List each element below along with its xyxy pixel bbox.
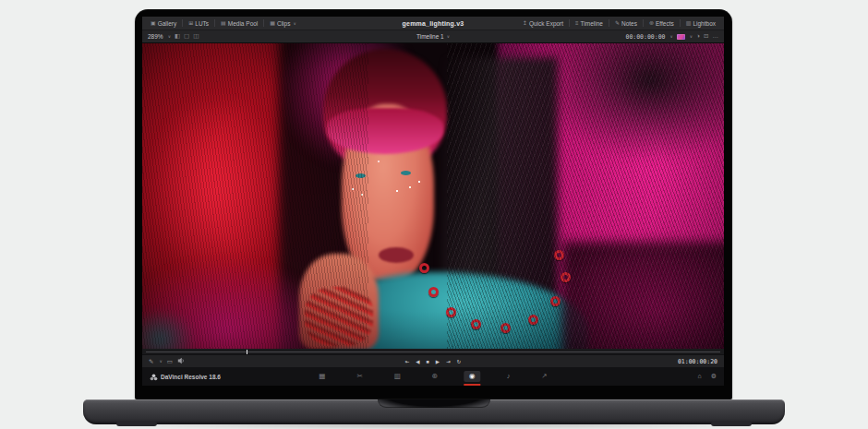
lightbox-button[interactable]: ▥ Lightbox: [682, 20, 719, 27]
thumbnail-preview-icon[interactable]: [677, 34, 685, 40]
page-tab-cut[interactable]: ✂: [351, 371, 368, 382]
transport-left-tools: ✎ ∨ ▭: [149, 357, 185, 365]
project-settings-gear-icon[interactable]: ⚙: [711, 373, 717, 380]
quick-export-icon: ↥: [523, 20, 527, 26]
lightbox-label: Lightbox: [693, 20, 716, 27]
toolbar-right-group: ↥ Quick Export ≡ Timeline ✎ Notes: [519, 19, 719, 27]
timeline-icon: ≡: [575, 20, 579, 26]
luts-label: LUTs: [195, 20, 209, 27]
app-version-label: DaVinci Resolve 18.6: [161, 374, 221, 380]
clips-label: Clips: [277, 20, 290, 27]
viewer-timecode[interactable]: 00:00:00:00: [625, 33, 665, 41]
notes-label: Notes: [621, 20, 637, 27]
quick-export-button[interactable]: ↥ Quick Export: [519, 20, 567, 27]
timeline-label: Timeline: [581, 20, 603, 27]
playhead-timecode: 01:00:00:20: [678, 358, 717, 365]
macbook-screen: ▣ Gallery ⊞ LUTs ▤ Media Pool: [135, 9, 732, 399]
viewer-toolbar-right: 00:00:00:00 ∨ ∨ ◑ ⊡ …: [625, 33, 718, 41]
effects-icon: ⊛: [649, 20, 654, 26]
stop-button[interactable]: ■: [427, 359, 429, 364]
viewer-toolbar: 289% ∨ ◧ ▢ ◫ Timeline 1 ∨ 00:00:00:00 ∨ …: [142, 30, 724, 43]
app-brand: DaVinci Resolve 18.6: [150, 368, 221, 385]
wipe-split-icon[interactable]: ◫: [193, 33, 199, 40]
lid-notch: [378, 399, 490, 408]
davinci-resolve-logo-icon: [150, 368, 158, 385]
page-tab-color[interactable]: ◉: [464, 371, 481, 382]
loop-button[interactable]: ↻: [457, 359, 462, 364]
edit-page-icon: ▥: [394, 372, 401, 380]
chevron-down-icon: ∨: [447, 34, 450, 39]
page-navigation-bar: DaVinci Resolve 18.6 ▦ ✂ ▥ ⊛ ◉ ♪ ↗ ⌂ ⚙: [142, 367, 724, 386]
annotate-tool-icon[interactable]: ✎: [149, 358, 153, 365]
toolbar-left-group: ▣ Gallery ⊞ LUTs ▤ Media Pool: [147, 19, 300, 27]
transport-bar: ✎ ∨ ▭ ⇤ ◀ ■ ▶ ⇥ ↻: [142, 354, 724, 367]
compare-icon[interactable]: ▭: [167, 358, 173, 365]
toolbar-separator: [182, 19, 183, 27]
timeline-button[interactable]: ≡ Timeline: [572, 20, 607, 27]
chevron-down-icon: ∨: [293, 21, 295, 26]
viewer-image[interactable]: [142, 43, 724, 349]
top-toolbar: ▣ Gallery ⊞ LUTs ▤ Media Pool: [142, 17, 724, 30]
gallery-button[interactable]: ▣ Gallery: [147, 20, 180, 27]
desktop-background: ▣ Gallery ⊞ LUTs ▤ Media Pool: [0, 0, 868, 429]
luts-icon: ⊞: [188, 20, 193, 26]
clips-icon: ▦: [270, 20, 275, 26]
lightbox-icon: ▥: [686, 20, 692, 26]
toolbar-separator: [263, 19, 264, 27]
wipe-box-icon[interactable]: ▢: [184, 33, 189, 40]
toolbar-separator: [680, 19, 681, 27]
page-tab-media[interactable]: ▦: [313, 371, 331, 382]
laptop-foot-left: [116, 422, 157, 426]
skip-to-end-button[interactable]: ⇥: [446, 359, 451, 364]
skip-to-start-button[interactable]: ⇤: [405, 359, 410, 364]
scrubber-track: [146, 352, 720, 352]
chevron-down-icon: ∨: [690, 34, 693, 39]
photo-vignette: [142, 43, 724, 349]
play-reverse-button[interactable]: ◀: [416, 359, 419, 364]
color-page-icon: ◉: [469, 372, 476, 380]
fusion-page-icon: ⊛: [432, 372, 438, 380]
cut-page-icon: ✂: [356, 372, 362, 380]
effects-button[interactable]: ⊛ Effects: [645, 20, 678, 27]
notes-button[interactable]: ✎ Notes: [611, 20, 641, 27]
viewer-toolbar-left: 289% ∨ ◧ ▢ ◫: [148, 33, 199, 40]
davinci-resolve-window: ▣ Gallery ⊞ LUTs ▤ Media Pool: [142, 17, 724, 386]
project-manager-home-icon[interactable]: ⌂: [697, 373, 701, 380]
toolbar-separator: [214, 19, 215, 27]
gallery-icon: ▣: [151, 20, 156, 26]
page-tab-deliver[interactable]: ↗: [536, 371, 552, 382]
media-pool-button[interactable]: ▤ Media Pool: [217, 20, 261, 27]
fairlight-page-icon: ♪: [507, 372, 511, 380]
speaker-icon[interactable]: [177, 357, 185, 365]
expand-viewer-icon[interactable]: ⊡: [704, 33, 708, 40]
quick-export-label: Quick Export: [529, 20, 563, 27]
page-tabs: ▦ ✂ ▥ ⊛ ◉ ♪ ↗: [313, 371, 552, 382]
timeline-name-label: Timeline 1: [416, 33, 444, 40]
zoom-level-dropdown[interactable]: 289%: [148, 33, 163, 40]
toolbar-separator: [609, 19, 609, 27]
play-button[interactable]: ▶: [436, 359, 440, 364]
wipe-single-icon[interactable]: ◧: [175, 33, 180, 40]
toolbar-separator: [643, 19, 644, 27]
system-buttons: ⌂ ⚙: [697, 373, 717, 380]
page-tab-fusion[interactable]: ⊛: [427, 371, 443, 382]
project-title: gemma_lighting.v3: [403, 17, 464, 30]
page-tab-edit[interactable]: ▥: [389, 371, 406, 382]
effects-label: Effects: [656, 20, 674, 27]
color-viewer-icon[interactable]: ◑: [696, 33, 700, 40]
page-tab-fairlight[interactable]: ♪: [501, 371, 516, 382]
chevron-down-icon: ∨: [168, 34, 171, 39]
toolbar-separator: [569, 19, 570, 27]
chevron-down-icon: ∨: [670, 34, 673, 39]
media-pool-icon: ▤: [221, 20, 226, 26]
laptop-foot-right: [711, 422, 752, 426]
macbook-base: [83, 399, 785, 424]
clips-button[interactable]: ▦ Clips ∨: [266, 20, 299, 27]
deliver-page-icon: ↗: [541, 372, 547, 380]
playback-controls: ⇤ ◀ ■ ▶ ⇥ ↻: [405, 359, 462, 364]
luts-button[interactable]: ⊞ LUTs: [185, 20, 212, 27]
media-pool-label: Media Pool: [228, 20, 259, 27]
chevron-down-icon: ∨: [159, 359, 162, 363]
more-options-icon[interactable]: …: [713, 33, 719, 40]
timeline-selector[interactable]: Timeline 1 ∨: [416, 33, 450, 40]
